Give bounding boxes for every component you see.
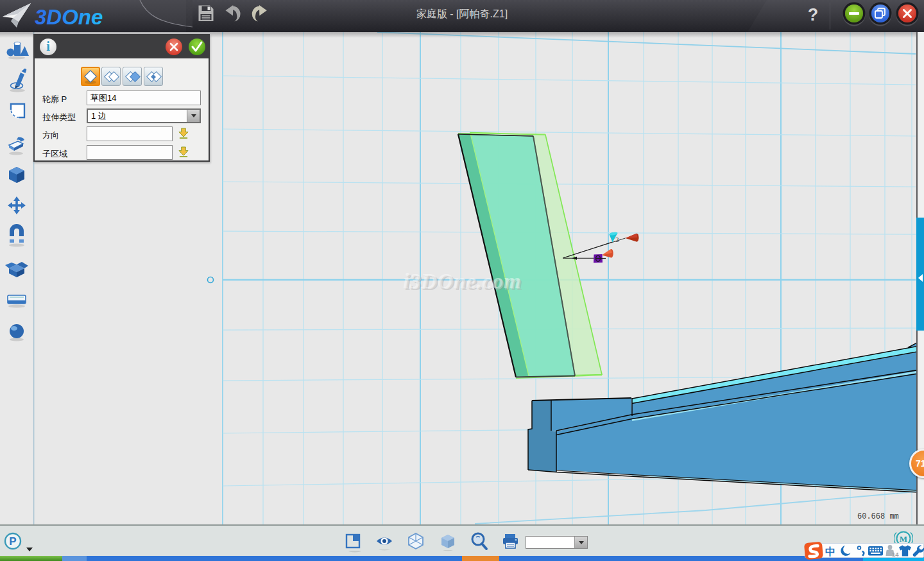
svg-text:i3DOne.com: i3DOne.com <box>404 270 522 294</box>
svg-text:14: 14 <box>892 551 899 558</box>
svg-text:中: 中 <box>825 546 835 557</box>
svg-text:P: P <box>9 535 16 548</box>
svg-text:2: 2 <box>615 236 619 243</box>
